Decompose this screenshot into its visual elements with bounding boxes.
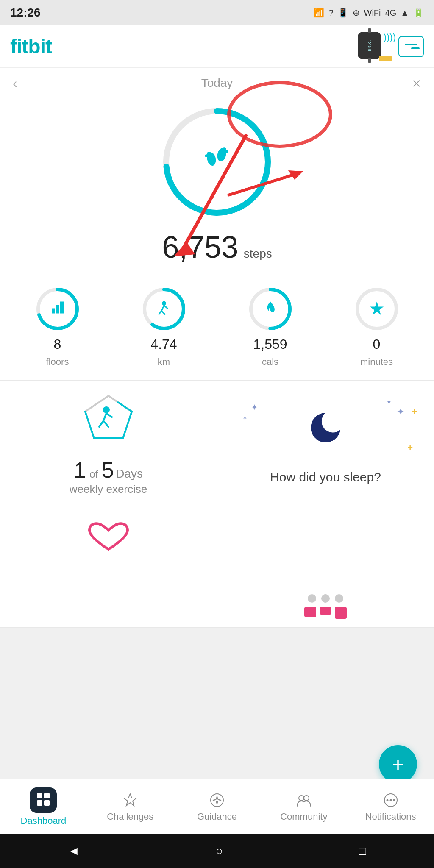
- svg-marker-29: [370, 302, 384, 315]
- sleep-card[interactable]: ✦ ✧ ✦ · ✦ + + How did you sleep?: [217, 381, 434, 509]
- nav-guidance-label: Guidance: [197, 811, 237, 822]
- partial-icon: [304, 607, 347, 619]
- guidance-icon: [209, 792, 225, 809]
- nav-challenges[interactable]: Challenges: [87, 787, 174, 826]
- svg-rect-17: [60, 302, 64, 314]
- steps-display: 6,753 steps: [162, 230, 272, 264]
- svg-line-24: [161, 311, 165, 314]
- nav-notifications-label: Notifications: [365, 811, 416, 822]
- main-content: ‹ Today ⤫: [0, 68, 434, 628]
- exercise-count: 1: [74, 458, 86, 482]
- fitbit-logo: fitbit: [10, 35, 52, 58]
- fab-icon: +: [392, 753, 404, 776]
- android-back-button[interactable]: ◄: [68, 844, 80, 858]
- partial-bar-1: [304, 607, 316, 617]
- floors-circle: [34, 286, 81, 332]
- active-minutes-circle: [353, 286, 400, 332]
- today-header: ‹ Today ⤫: [0, 76, 434, 90]
- svg-point-46: [393, 799, 395, 801]
- distance-icon: [156, 300, 172, 318]
- heart-icon-container: [87, 522, 130, 553]
- svg-rect-16: [56, 305, 59, 314]
- star-icon-2: ✧: [242, 415, 248, 422]
- cards-grid: 1 of 5 Days weekly exercise ✦ ✧ ✦ · ✦ + …: [0, 381, 434, 628]
- steps-unit: steps: [244, 247, 272, 260]
- dot-2: [321, 594, 330, 603]
- fourth-card[interactable]: [217, 509, 434, 628]
- exercise-text: 1 of 5 Days weekly exercise: [70, 457, 147, 496]
- prev-day-button[interactable]: ‹: [13, 75, 17, 91]
- wifi2-icon: WiFi: [364, 8, 381, 18]
- star-icon-3: ✦: [397, 406, 404, 417]
- fab-button[interactable]: +: [379, 745, 417, 783]
- android-home-button[interactable]: ○: [216, 844, 223, 858]
- heart-rate-card[interactable]: [0, 509, 217, 628]
- sim-icon: 📱: [338, 8, 348, 18]
- floors-icon: [50, 300, 65, 318]
- nav-guidance[interactable]: Guidance: [174, 787, 261, 826]
- svg-line-21: [161, 306, 164, 311]
- distance-metric[interactable]: 4.74 km: [141, 286, 187, 367]
- add-circle-icon: ⊕: [353, 8, 360, 18]
- plus-icon-1: +: [412, 406, 417, 417]
- exercise-days: Days: [116, 467, 143, 480]
- nav-challenges-label: Challenges: [107, 811, 153, 822]
- signal-bar-icon: ▲: [401, 8, 409, 18]
- svg-point-44: [386, 799, 388, 801]
- steps-icon: [202, 142, 232, 178]
- dots-container: [308, 594, 343, 603]
- today-section: ‹ Today ⤫: [0, 68, 434, 277]
- distance-circle: [141, 286, 187, 332]
- nav-community[interactable]: Community: [260, 787, 347, 826]
- header-right: 12:58 )))): [358, 32, 424, 61]
- exercise-weekly: weekly exercise: [70, 483, 147, 496]
- 4g-icon: 4G: [385, 8, 397, 18]
- metrics-row: 8 floors: [0, 277, 434, 381]
- calories-metric[interactable]: 1,559 cals: [247, 286, 294, 367]
- active-minutes-metric[interactable]: 0 minutes: [353, 286, 400, 367]
- menu-line-1: [405, 44, 417, 45]
- svg-point-45: [389, 799, 392, 801]
- floors-metric[interactable]: 8 floors: [34, 286, 81, 367]
- today-label: Today: [201, 76, 233, 90]
- dashboard-icon: [36, 792, 51, 807]
- nav-dashboard[interactable]: Dashboard: [0, 783, 87, 831]
- exercise-badge: [83, 394, 134, 445]
- sleep-question: How did you sleep?: [270, 470, 381, 484]
- svg-rect-38: [37, 800, 42, 806]
- calories-icon: [263, 300, 278, 318]
- battery-icon: 🔋: [413, 8, 424, 18]
- exercise-total: 5: [102, 458, 114, 482]
- share-button[interactable]: ⤫: [412, 76, 421, 90]
- svg-point-40: [211, 794, 223, 807]
- nav-dashboard-icon-bg: [30, 787, 57, 813]
- svg-rect-36: [37, 793, 42, 798]
- moon-icon: [306, 409, 345, 447]
- android-nav: ◄ ○ □: [0, 834, 434, 868]
- status-icons: 📶 ? 📱 ⊕ WiFi 4G ▲ 🔋: [314, 8, 424, 18]
- nav-community-label: Community: [280, 811, 327, 822]
- steps-circle[interactable]: [158, 103, 276, 221]
- svg-line-33: [106, 413, 112, 417]
- partial-bar-2: [320, 607, 331, 615]
- device-battery: [379, 56, 392, 61]
- wifi-icon: ?: [328, 8, 333, 18]
- exercise-card[interactable]: 1 of 5 Days weekly exercise: [0, 381, 217, 509]
- sleep-illustration: ✦ ✧ ✦ · ✦ + +: [225, 394, 426, 462]
- nav-dashboard-label: Dashboard: [21, 815, 67, 826]
- android-recents-button[interactable]: □: [359, 844, 366, 858]
- svg-line-34: [99, 421, 103, 427]
- steps-value: 6,753: [162, 230, 238, 264]
- dot-1: [308, 594, 316, 603]
- status-time: 12:26: [10, 6, 41, 19]
- plus-icon-2: +: [407, 442, 413, 453]
- menu-button[interactable]: [398, 36, 424, 57]
- active-minutes-unit: minutes: [360, 356, 393, 367]
- heart-icon: [87, 522, 130, 551]
- device-icon-container[interactable]: 12:58 )))): [358, 32, 392, 61]
- community-icon: [295, 792, 312, 809]
- svg-point-41: [299, 796, 304, 801]
- nav-notifications[interactable]: Notifications: [347, 787, 434, 826]
- svg-rect-15: [52, 309, 55, 314]
- svg-rect-39: [44, 800, 50, 806]
